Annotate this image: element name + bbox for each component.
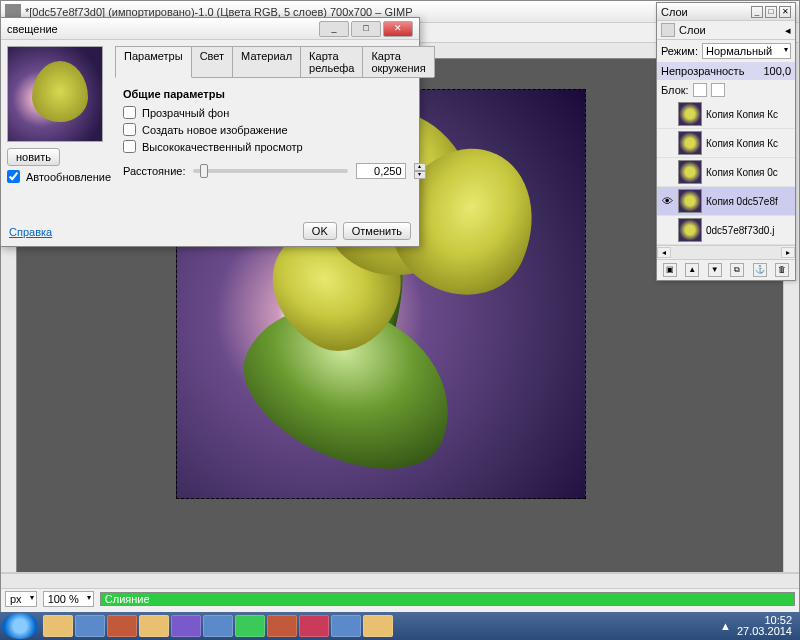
taskbar-item[interactable] [267,615,297,637]
mode-select[interactable]: Нормальный [702,43,791,59]
layer-thumb [678,131,702,155]
unit-select[interactable]: px [5,591,37,607]
panel-menu-icon[interactable]: ◂ [785,24,791,37]
scrollbar-horizontal[interactable] [1,573,799,589]
mode-label: Режим: [661,45,698,57]
tray-icon[interactable]: ▲ [720,620,731,632]
opacity-label: Непрозрачность [661,65,759,77]
cancel-button[interactable]: Отменить [343,222,411,240]
preview-pane: новить Автообновление [7,46,107,189]
ok-button[interactable]: OK [303,222,337,240]
help-link[interactable]: Справка [9,226,52,238]
opacity-row[interactable]: Непрозрачность 100,0 [657,62,795,80]
taskbar-item[interactable] [203,615,233,637]
zoom-select[interactable]: 100 % [43,591,94,607]
window-title: *[0dc57e8f73d0] (импортировано)-1.0 (Цве… [25,6,699,18]
clock-date: 27.03.2014 [737,626,792,637]
lock-alpha-icon[interactable] [711,83,725,97]
hq-preview-checkbox[interactable] [123,140,136,153]
layer-list: Копия Копия Кс Копия Копия Кс Копия Копи… [657,100,795,245]
taskbar-item[interactable] [235,615,265,637]
lower-layer-icon[interactable]: ▼ [708,263,722,277]
auto-update-label: Автообновление [26,171,111,183]
raise-layer-icon[interactable]: ▲ [685,263,699,277]
layer-item[interactable]: 0dc57e8f73d0.j [657,216,795,245]
layer-item[interactable]: Копия Копия Кс [657,100,795,129]
distance-spinner[interactable]: ▴▾ [414,163,426,179]
new-image-checkbox[interactable] [123,123,136,136]
group-title: Общие параметры [123,88,426,100]
distance-input[interactable]: 0,250 [356,163,406,179]
dialog-right: Параметры Свет Материал Карта рельефа Ка… [115,46,434,189]
new-image-label: Создать новое изображение [142,124,288,136]
tab-content: Общие параметры Прозрачный фон Создать н… [115,78,434,189]
dialog-titlebar[interactable]: свещение _ □ ✕ [1,18,419,40]
dialog-tabs: Параметры Свет Материал Карта рельефа Ка… [115,46,434,78]
duplicate-layer-icon[interactable]: ⧉ [730,263,744,277]
dialog-title: свещение [7,23,58,35]
tab-bumpmap[interactable]: Карта рельефа [300,46,363,77]
lighting-dialog: свещение _ □ ✕ новить Автообновление Пар… [0,17,420,247]
layer-name[interactable]: Копия Копия Кс [706,109,792,120]
layer-name[interactable]: Копия Копия Кс [706,138,792,149]
hq-preview-label: Высококачественный просмотр [142,141,303,153]
taskbar-item[interactable] [363,615,393,637]
opacity-value: 100,0 [763,65,791,77]
layer-thumb [678,189,702,213]
update-button[interactable]: новить [7,148,60,166]
taskbar-item[interactable] [171,615,201,637]
layer-name[interactable]: Копия Копия 0с [706,167,792,178]
taskbar: ▲ 10:52 27.03.2014 [0,612,800,640]
layers-title: Слои [661,6,688,18]
layer-item[interactable]: 👁Копия 0dc57e8f [657,187,795,216]
layer-name[interactable]: 0dc57e8f73d0.j [706,225,792,236]
transparent-bg-label: Прозрачный фон [142,107,229,119]
layers-panel: Слои _ □ ✕ Слои ◂ Режим: Нормальный Непр… [656,2,796,281]
taskbar-item[interactable] [107,615,137,637]
slider-thumb[interactable] [200,164,208,178]
layers-tab-label: Слои [679,24,706,36]
distance-label: Расстояние: [123,165,185,177]
eye-icon[interactable]: 👁 [660,195,674,207]
layer-item[interactable]: Копия Копия Кс [657,129,795,158]
delete-layer-icon[interactable]: 🗑 [775,263,789,277]
system-tray[interactable]: ▲ 10:52 27.03.2014 [714,615,798,637]
anchor-layer-icon[interactable]: ⚓ [753,263,767,277]
layer-hscroll[interactable]: ◂▸ [657,245,795,259]
taskbar-item[interactable] [75,615,105,637]
lock-label: Блок: [661,84,689,96]
clock[interactable]: 10:52 27.03.2014 [737,615,792,637]
tab-parameters[interactable]: Параметры [115,46,192,78]
new-layer-icon[interactable]: ▣ [663,263,677,277]
taskbar-item[interactable] [331,615,361,637]
preview-image[interactable] [7,46,103,142]
panel-close-icon[interactable]: ✕ [779,6,791,18]
tab-env[interactable]: Карта окружения [362,46,434,77]
layer-thumb [678,102,702,126]
dialog-maximize-button[interactable]: □ [351,21,381,37]
distance-slider[interactable] [193,169,347,173]
layers-dock-tab[interactable]: Слои ◂ [657,21,795,40]
tab-light[interactable]: Свет [191,46,233,77]
layer-name[interactable]: Копия 0dc57e8f [706,196,792,207]
layer-thumb [678,218,702,242]
start-button[interactable] [2,613,38,639]
dialog-close-button[interactable]: ✕ [383,21,413,37]
panel-max-icon[interactable]: □ [765,6,777,18]
progress-bar: Слияние [100,592,795,606]
transparent-bg-checkbox[interactable] [123,106,136,119]
taskbar-item[interactable] [139,615,169,637]
layers-icon [661,23,675,37]
lock-pixels-icon[interactable] [693,83,707,97]
taskbar-item[interactable] [43,615,73,637]
layer-thumb [678,160,702,184]
layers-titlebar[interactable]: Слои _ □ ✕ [657,3,795,21]
tab-material[interactable]: Материал [232,46,301,77]
auto-update-checkbox[interactable] [7,170,20,183]
layer-item[interactable]: Копия Копия 0с [657,158,795,187]
layer-buttons: ▣ ▲ ▼ ⧉ ⚓ 🗑 [657,259,795,280]
statusbar: px 100 % Слияние [1,572,799,614]
panel-min-icon[interactable]: _ [751,6,763,18]
dialog-minimize-button[interactable]: _ [319,21,349,37]
taskbar-item[interactable] [299,615,329,637]
